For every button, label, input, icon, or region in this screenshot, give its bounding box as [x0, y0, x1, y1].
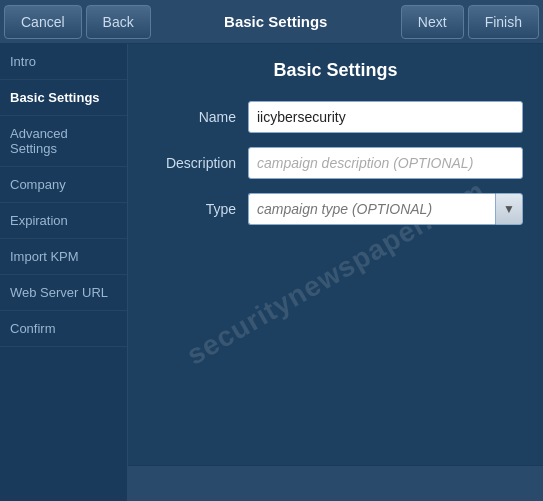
- description-input[interactable]: [248, 147, 523, 179]
- cancel-button[interactable]: Cancel: [4, 5, 82, 39]
- type-row: Type ▼: [148, 193, 523, 225]
- content-area: securitynewspaper.com Basic Settings Nam…: [128, 44, 543, 501]
- sidebar-item-company[interactable]: Company: [0, 167, 127, 203]
- next-button[interactable]: Next: [401, 5, 464, 39]
- content-inner: Basic Settings Name Description Type ▼: [128, 44, 543, 255]
- name-row: Name: [148, 101, 523, 133]
- sidebar-item-expiration[interactable]: Expiration: [0, 203, 127, 239]
- content-title: Basic Settings: [148, 60, 523, 81]
- description-row: Description: [148, 147, 523, 179]
- back-button[interactable]: Back: [86, 5, 151, 39]
- sidebar-item-import-kpm[interactable]: Import KPM: [0, 239, 127, 275]
- sidebar-item-advanced-settings[interactable]: Advanced Settings: [0, 116, 127, 167]
- sidebar-item-intro[interactable]: Intro: [0, 44, 127, 80]
- type-input-wrapper: ▼: [248, 193, 523, 225]
- toolbar-title: Basic Settings: [155, 13, 397, 30]
- description-label: Description: [148, 155, 248, 171]
- toolbar: Cancel Back Basic Settings Next Finish: [0, 0, 543, 44]
- sidebar-item-basic-settings[interactable]: Basic Settings: [0, 80, 127, 116]
- sidebar-item-web-server-url[interactable]: Web Server URL: [0, 275, 127, 311]
- name-label: Name: [148, 109, 248, 125]
- bottom-bar: [128, 465, 543, 501]
- chevron-down-icon: ▼: [503, 202, 515, 216]
- type-dropdown-button[interactable]: ▼: [495, 193, 523, 225]
- finish-button[interactable]: Finish: [468, 5, 539, 39]
- sidebar: Intro Basic Settings Advanced Settings C…: [0, 44, 128, 501]
- type-input[interactable]: [248, 193, 495, 225]
- name-input[interactable]: [248, 101, 523, 133]
- main-layout: Intro Basic Settings Advanced Settings C…: [0, 44, 543, 501]
- sidebar-item-confirm[interactable]: Confirm: [0, 311, 127, 347]
- type-label: Type: [148, 201, 248, 217]
